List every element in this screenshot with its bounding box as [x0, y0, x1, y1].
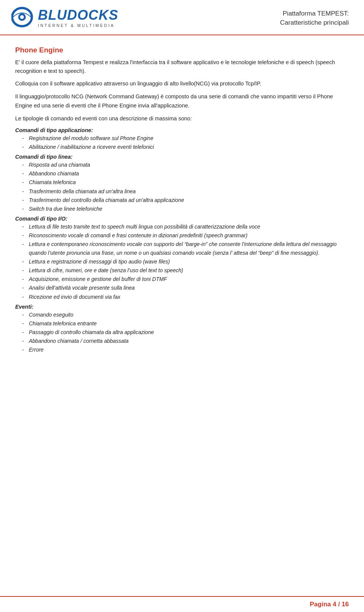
logo-subtitle: INTERNET & MULTIMEDIA — [38, 23, 118, 28]
list-item: Ricezione ed invio di documenti via fax — [22, 293, 349, 301]
list-item: Abbandono chiamata — [22, 169, 349, 178]
list-item: Lettura di cifre, numeri, ore e date (se… — [22, 266, 349, 275]
eventi-section: Eventi: Comando eseguito Chiamata telefo… — [15, 304, 349, 354]
list-item: Switch tra due linee telefoniche — [22, 205, 349, 213]
comandi-applicazione-list: Registrazione del modulo software sul Ph… — [15, 134, 349, 151]
header: BLUDOCKS INTERNET & MULTIMEDIA Piattafor… — [0, 0, 364, 35]
list-item: Trasferimento della chiamata ad un'altra… — [22, 187, 349, 196]
tipologie-intro: Le tipologie di comando ed eventi con un… — [15, 114, 349, 123]
list-item: Chiamata telefonica — [22, 178, 349, 187]
logo-text-block: BLUDOCKS INTERNET & MULTIMEDIA — [38, 8, 118, 28]
eventi-list: Comando eseguito Chiamata telefonica ent… — [15, 311, 349, 354]
list-item: Abbandono chiamata / cornetta abbassata — [22, 337, 349, 345]
comandi-applicazione-header: Comandi di tipo applicazione: — [15, 127, 349, 133]
paragraph2: Il linguaggio/protocollo NCG (Network Co… — [15, 92, 349, 110]
list-item: Lettura e contemporaneo riconoscimento v… — [22, 240, 349, 257]
intro-paragraph: E' il cuore della piattaforma Tempest e … — [15, 58, 349, 76]
comandi-linea-header: Comandi di tipo linea: — [15, 154, 349, 160]
comandi-io-header: Comandi di tipo I/O: — [15, 216, 349, 222]
list-item: Risposta ad una chiamata — [22, 161, 349, 169]
paragraph1: Colloquia con il software applicativo at… — [15, 79, 349, 88]
list-item: Trasferimento del controllo della chiama… — [22, 196, 349, 205]
content-area: Phone Engine E' il cuore della piattafor… — [0, 35, 364, 596]
comandi-io-section: Comandi di tipo I/O: Lettura di file tes… — [15, 216, 349, 301]
list-item: Registrazione del modulo software sul Ph… — [22, 134, 349, 143]
comandi-linea-list: Risposta ad una chiamata Abbandono chiam… — [15, 161, 349, 213]
header-right: Piattaforma TEMPEST: Caratteristiche pri… — [280, 9, 349, 27]
svg-point-2 — [20, 15, 24, 19]
list-item: Comando eseguito — [22, 311, 349, 319]
list-item: Riconoscimento vocale di comandi e frasi… — [22, 231, 349, 240]
list-item: Lettura di file testo tramite text to sp… — [22, 222, 349, 231]
page: BLUDOCKS INTERNET & MULTIMEDIA Piattafor… — [0, 0, 364, 612]
list-item: Chiamata telefonica entrante — [22, 319, 349, 328]
section-title: Phone Engine — [15, 46, 349, 54]
header-title: Piattaforma TEMPEST: Caratteristiche pri… — [280, 9, 349, 27]
logo-icon — [11, 7, 34, 29]
list-item: Acquisizione, emissione e gestione del b… — [22, 275, 349, 284]
list-item: Abilitazione / inabilitazione a ricevere… — [22, 143, 349, 151]
header-title-line2: Caratteristiche principali — [280, 19, 349, 26]
footer: Pagina 4 / 16 — [0, 596, 364, 612]
logo-main-text: BLUDOCKS — [38, 8, 118, 22]
list-item: Lettura e registrazione di messaggi di t… — [22, 257, 349, 266]
logo-area: BLUDOCKS INTERNET & MULTIMEDIA — [11, 7, 118, 29]
list-item: Passaggio di controllo chiamata da altra… — [22, 328, 349, 337]
eventi-header: Eventi: — [15, 304, 349, 310]
comandi-io-list: Lettura di file testo tramite text to sp… — [15, 222, 349, 301]
comandi-applicazione-section: Comandi di tipo applicazione: Registrazi… — [15, 127, 349, 151]
list-item: Analisi dell’attività vocale presente su… — [22, 284, 349, 292]
page-number: Pagina 4 / 16 — [310, 601, 349, 608]
comandi-linea-section: Comandi di tipo linea: Risposta ad una c… — [15, 154, 349, 213]
list-item: Errore — [22, 345, 349, 354]
header-title-line1: Piattaforma TEMPEST: — [283, 10, 349, 17]
